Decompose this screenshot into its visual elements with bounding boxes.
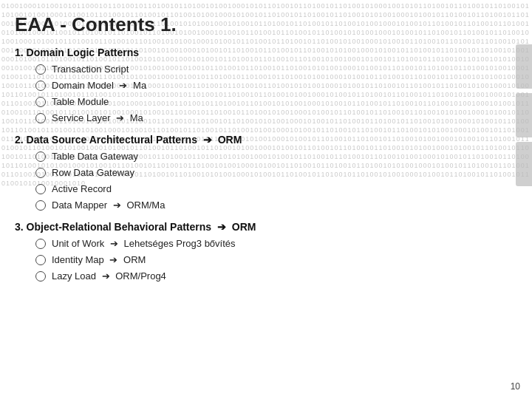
section-2-header: 2. Data Source Architectural Patterns ➔ … — [15, 134, 510, 146]
bullet-icon — [35, 184, 46, 194]
bullet-icon — [35, 81, 46, 91]
bullet-icon — [35, 64, 46, 75]
section-1-title: Domain Logic Patterns — [27, 47, 139, 58]
list-item: Unit of Work ➔ Lehetséges Prog3 bővítés — [35, 236, 510, 252]
section-3: 3. Object-Relational Behavioral Patterns… — [15, 221, 510, 284]
section-2-number: 2. — [15, 134, 24, 146]
section-1: 1. Domain Logic Patterns Transaction Scr… — [15, 47, 510, 126]
bullet-icon — [35, 200, 46, 211]
list-item: Identity Map ➔ ORM — [35, 252, 510, 268]
bullet-icon — [35, 97, 46, 107]
list-item: Table Data Gateway — [35, 149, 510, 165]
list-item: Table Module — [35, 94, 510, 110]
list-item: Domain Model ➔ Ma — [35, 78, 510, 94]
list-item: Data Mapper ➔ ORM/Ma — [35, 197, 510, 214]
bullet-icon — [35, 151, 46, 162]
bullet-icon — [35, 113, 46, 123]
list-item: Service Layer ➔ Ma — [35, 110, 510, 126]
bullet-icon — [35, 271, 46, 282]
section-2: 2. Data Source Architectural Patterns ➔ … — [15, 134, 510, 214]
right-decoration — [516, 44, 532, 191]
section-1-number: 1. — [15, 47, 24, 58]
list-item: Lazy Load ➔ ORM/Prog4 — [35, 268, 510, 284]
section-3-title: Object-Relational Behavioral Patterns ➔ … — [27, 221, 256, 233]
section-3-header: 3. Object-Relational Behavioral Patterns… — [15, 221, 510, 233]
list-item: Row Data Gateway — [35, 165, 510, 181]
section-1-list: Transaction Script Domain Model ➔ Ma Tab… — [15, 61, 510, 126]
page-number: 10 — [511, 381, 520, 392]
section-3-number: 3. — [15, 221, 24, 233]
bullet-icon — [35, 239, 46, 249]
section-2-title: Data Source Architectural Patterns ➔ ORM — [27, 134, 242, 146]
section-2-list: Table Data Gateway Row Data Gateway Acti… — [15, 149, 510, 214]
list-item: Active Record — [35, 181, 510, 197]
page-title: EAA - Contents 1. — [15, 13, 510, 36]
bullet-icon — [35, 168, 46, 178]
bullet-icon — [35, 255, 46, 265]
section-1-header: 1. Domain Logic Patterns — [15, 47, 510, 58]
list-item: Transaction Script — [35, 61, 510, 78]
section-3-list: Unit of Work ➔ Lehetséges Prog3 bővítés … — [15, 236, 510, 284]
